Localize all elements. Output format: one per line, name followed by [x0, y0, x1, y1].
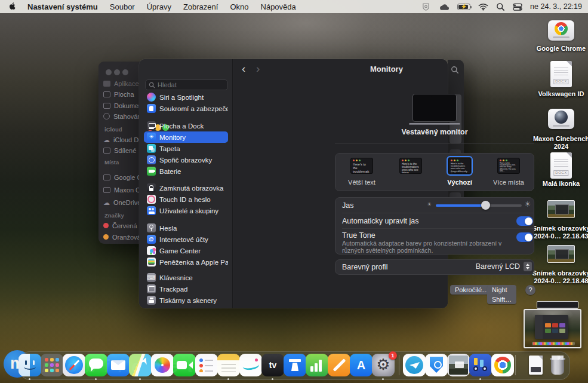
night-shift-button[interactable]: Night Shift… — [487, 285, 516, 304]
desktop-icon-google-chrome[interactable] — [548, 20, 574, 41]
desktop-icon-volkswagen-id[interactable]: DOCX — [550, 61, 572, 87]
dock-item-pages[interactable] — [328, 354, 350, 376]
dock-item-numbers[interactable] — [306, 354, 328, 376]
dock-item-notes[interactable] — [217, 354, 240, 376]
back-button[interactable]: ‹ — [242, 62, 245, 75]
dock-item-trash[interactable] — [546, 354, 569, 376]
dock-item-telegram[interactable] — [403, 354, 426, 376]
menu-upravy[interactable]: Úpravy — [141, 2, 177, 11]
finder-minimize-button[interactable] — [114, 69, 120, 75]
brightness-slider-knob[interactable] — [481, 201, 490, 210]
menu-napoveda[interactable]: Nápověda — [255, 2, 302, 11]
sidebar-item-users-groups[interactable]: Uživatelé a skupiny — [144, 205, 228, 216]
desktop-icon-label[interactable]: Snímek obrazovky2024-0… 22.18.48 — [528, 269, 588, 285]
dock-item-chrome[interactable] — [491, 354, 514, 376]
dock-item-system-settings[interactable]: ⚙1 — [372, 354, 395, 376]
dock-item-hotspot-shield[interactable] — [425, 354, 448, 376]
dock-item-image-preview[interactable] — [447, 354, 470, 376]
brightness-slider-fill — [436, 204, 487, 207]
sidebar-item-privacy[interactable]: Soukromí a zabezpečení — [144, 103, 228, 114]
sidebar-item-internet-accounts[interactable]: @Internetové účty — [144, 234, 228, 245]
desktop-icon-label[interactable]: Maxon Cinebench2024 — [531, 135, 588, 151]
screenshot-preview-partial[interactable] — [537, 301, 578, 309]
sidebar-item-desktop-dock[interactable]: Plocha a Dock — [144, 120, 228, 131]
dropdown-stepper-icon[interactable] — [524, 262, 532, 271]
dock-item-document[interactable] — [524, 354, 547, 376]
sidebar-item-printers[interactable]: Tiskárny a skenery — [144, 295, 228, 306]
docx-file-icon: DOCX — [550, 152, 572, 179]
brightness-low-icon: ☀ — [427, 201, 432, 207]
dock-item-photos[interactable] — [151, 354, 174, 376]
dock-item-messages[interactable] — [85, 354, 107, 376]
dock-item-maps[interactable] — [129, 354, 152, 376]
menubar-app-name[interactable]: Nastavení systému — [21, 2, 104, 11]
hotspot-shield-menu-icon[interactable] — [421, 2, 430, 11]
menu-soubor[interactable]: Soubor — [104, 2, 141, 11]
sidebar-item-trackpad[interactable]: Trackpad — [144, 283, 228, 295]
auto-brightness-toggle[interactable] — [516, 216, 533, 226]
desktop-icon-label[interactable]: Volkswagen ID — [535, 90, 587, 98]
desktop-icon-label[interactable]: Google Chrome — [535, 45, 587, 53]
battery-indicator[interactable]: ⚡ — [457, 4, 470, 10]
dock-item-app-store[interactable]: A — [350, 354, 372, 376]
color-profile-value[interactable]: Barevný LCD — [430, 262, 520, 271]
key-icon — [147, 223, 156, 232]
settings-search-field[interactable] — [145, 79, 228, 90]
sidebar-item-screensaver[interactable]: Spořič obrazovky — [144, 154, 228, 166]
screenshot-preview-thumbnail[interactable] — [524, 309, 581, 348]
sidebar-item-wallet[interactable]: Peněženka a Apple Pay — [144, 256, 228, 268]
sidebar-item-battery[interactable]: Baterie — [144, 166, 228, 177]
forward-button[interactable]: › — [256, 62, 260, 75]
desktop-icon-cinebench[interactable] — [548, 109, 574, 129]
desktop-icon-label[interactable]: Malá ikonka — [535, 180, 587, 188]
apple-menu[interactable] — [0, 1, 21, 13]
display-preview[interactable] — [412, 94, 457, 122]
sidebar-item-displays[interactable]: ☀Monitory — [144, 131, 228, 143]
orange-tag-icon — [103, 234, 109, 240]
dock-item-keynote[interactable] — [284, 354, 306, 376]
finder-zoom-button[interactable] — [122, 69, 128, 75]
chrome-logo-icon — [494, 357, 511, 373]
desktop-icon-label[interactable]: Snímek obrazovky2024-0… 22.18.43 — [528, 225, 588, 240]
control-center-icon[interactable] — [513, 3, 522, 11]
desktop-icon-mala-ikonka[interactable]: DOCX — [550, 152, 572, 179]
spotlight-search-icon[interactable] — [496, 2, 505, 11]
scale-option-larger-text[interactable]: Here's to the troublemakers ones who see… — [350, 158, 373, 174]
help-button[interactable]: ? — [525, 285, 535, 295]
sidebar-item-passwords[interactable]: Hesla — [144, 222, 228, 234]
dock-divider — [399, 355, 399, 375]
scale-option-more-space[interactable]: Here's to the troublemakers ones who see… — [497, 158, 520, 174]
sidebar-item-keyboard[interactable]: ⌨Klávesnice — [144, 272, 228, 283]
dock-item-mail[interactable] — [107, 354, 130, 376]
sidebar-item-touchid[interactable]: Touch ID a heslo — [144, 194, 228, 205]
sidebar-item-game-center[interactable]: Game Center — [144, 245, 228, 256]
dock-item-freeform[interactable] — [239, 354, 262, 376]
finder-close-button[interactable] — [106, 69, 112, 75]
sidebar-item-lock-screen[interactable]: Zamknutá obrazovka — [144, 182, 228, 194]
wifi-icon[interactable] — [478, 3, 488, 11]
dock-item-reminders[interactable] — [195, 354, 218, 376]
onedrive-cloud-icon[interactable] — [438, 3, 450, 11]
sidebar-item-wallpaper[interactable]: Tapeta — [144, 143, 228, 154]
dock-item-finder[interactable] — [19, 354, 41, 376]
scale-option-2[interactable]: Here's to the troublemakers ones who see… — [399, 158, 422, 174]
desktop-icon-screenshot-1[interactable] — [547, 200, 575, 218]
menu-zobrazeni[interactable]: Zobrazení — [177, 2, 224, 11]
dock-item-safari[interactable] — [63, 354, 85, 376]
scale-option-default-selected[interactable]: Here's to the troublemakers ones who see… — [447, 156, 473, 176]
menubar-clock[interactable]: ne 24. 3., 22:19 — [530, 2, 582, 11]
dock-item-launchpad[interactable] — [41, 354, 63, 376]
search-input[interactable] — [158, 81, 224, 88]
running-indicator-tv — [272, 378, 273, 380]
charging-bolt-icon: ⚡ — [458, 4, 470, 10]
desktop-icon-screenshot-2[interactable] — [547, 245, 575, 263]
truetone-toggle[interactable] — [516, 232, 533, 242]
dock-item-apple-tv[interactable]: tv — [261, 354, 284, 376]
video-camera-icon — [177, 361, 187, 369]
dock-item-geekbench[interactable] — [469, 354, 492, 376]
dock-item-facetime[interactable] — [173, 354, 196, 376]
menu-okno[interactable]: Okno — [224, 2, 254, 11]
sidebar-item-siri[interactable]: Siri a Spotlight — [144, 91, 228, 103]
game-center-icon — [147, 246, 156, 255]
trackpad-icon — [147, 284, 156, 293]
